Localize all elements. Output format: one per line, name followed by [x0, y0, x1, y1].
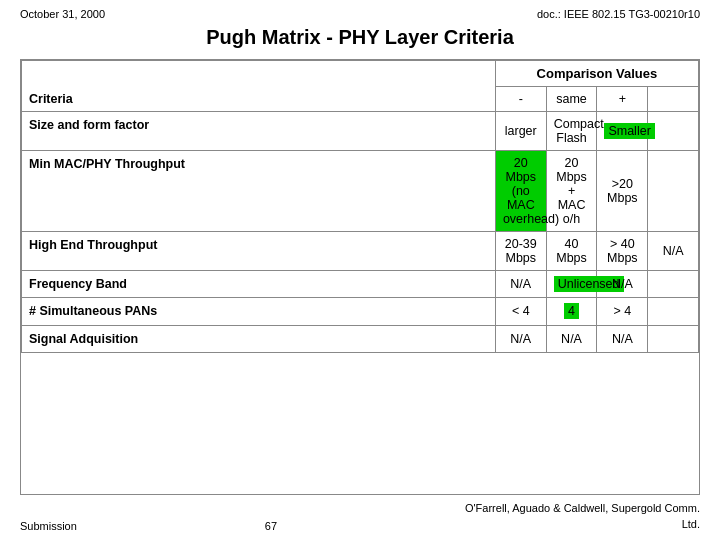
table-row-extra-1 — [648, 151, 699, 232]
table-row-plus-4: > 4 — [597, 298, 648, 325]
table-row-same-2: 40 Mbps — [546, 232, 597, 271]
table-row-minus-3: N/A — [495, 271, 546, 298]
col-header-criteria: Criteria — [22, 61, 496, 112]
table-row-minus-0: larger — [495, 112, 546, 151]
table-row-criteria-2: High End Throughput — [22, 232, 496, 271]
table-row-minus-1: 20 Mbps (no MAC overhead) — [495, 151, 546, 232]
table-row-criteria-4: # Simultaneous PANs — [22, 298, 496, 325]
col-header-minus: - — [495, 87, 546, 112]
table-row-minus-2: 20-39 Mbps — [495, 232, 546, 271]
col-header-plus: + — [597, 87, 648, 112]
table-row-same-5: N/A — [546, 325, 597, 352]
main-table: Criteria Comparison Values - same + Size… — [20, 59, 700, 495]
col-header-same: same — [546, 87, 597, 112]
table-row-criteria-0: Size and form factor — [22, 112, 496, 151]
table-row-plus-5: N/A — [597, 325, 648, 352]
table-row-extra-2: N/A — [648, 232, 699, 271]
page-title: Pugh Matrix - PHY Layer Criteria — [20, 26, 700, 49]
footer-company: O'Farrell, Aguado & Caldwell, Supergold … — [465, 501, 700, 532]
table-row-criteria-1: Min MAC/PHY Throughput — [22, 151, 496, 232]
table-row-same-0: Compact Flash — [546, 112, 597, 151]
table-row-criteria-5: Signal Adquisition — [22, 325, 496, 352]
table-row-plus-2: > 40 Mbps — [597, 232, 648, 271]
header-date: October 31, 2000 — [20, 8, 105, 20]
header-doc: doc.: IEEE 802.15 TG3-00210r10 — [537, 8, 700, 20]
table-row-minus-5: N/A — [495, 325, 546, 352]
col-header-comparison: Comparison Values — [495, 61, 698, 87]
table-row-same-4: 4 — [546, 298, 597, 325]
table-row-extra-0 — [648, 112, 699, 151]
table-row-extra-4 — [648, 298, 699, 325]
table-row-extra-3 — [648, 271, 699, 298]
table-row-criteria-3: Frequency Band — [22, 271, 496, 298]
table-row-extra-5 — [648, 325, 699, 352]
table-row-minus-4: < 4 — [495, 298, 546, 325]
table-row-same-3: Unlicensed — [546, 271, 597, 298]
table-row-plus-0: Smaller — [597, 112, 648, 151]
col-header-extra — [648, 87, 699, 112]
footer-submission: Submission — [20, 520, 77, 532]
footer-page-number: 67 — [265, 520, 277, 532]
table-row-plus-1: >20 Mbps — [597, 151, 648, 232]
